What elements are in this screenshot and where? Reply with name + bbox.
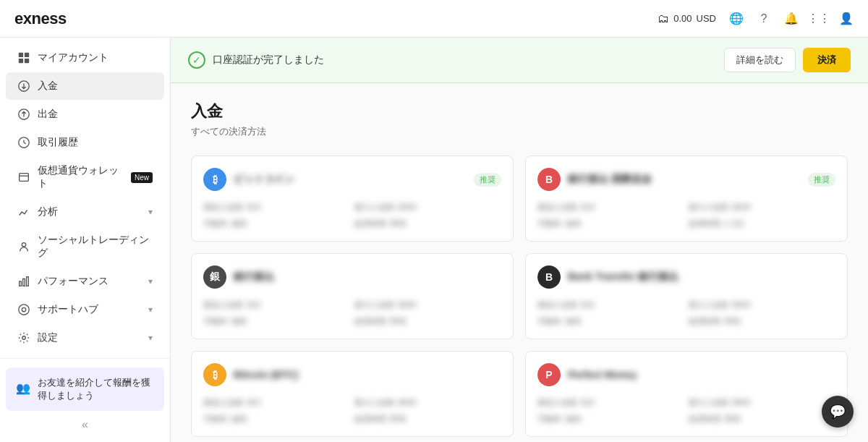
sidebar-item-label: 取引履歴 [38,136,153,149]
detail-row: 手数料: 無料 [537,218,684,230]
sidebar-item-label: 入金 [38,80,153,93]
payment-header: B 銀行振込 国際送金 推奨 [537,168,835,191]
payment-logo: B Bank Transfer 銀行振込 [537,265,678,289]
verification-banner: ✓ 口座認証が完了しました 詳細を読む 決済 [171,38,868,83]
sidebar-item-performance[interactable]: パフォーマンス ▾ [6,268,164,295]
svg-rect-3 [25,59,29,63]
sidebar-item-support[interactable]: サポートハブ ▾ [6,296,164,323]
detail-row: 手数料: 無料 [537,413,684,425]
page-title: 入金 [191,101,848,122]
grid-icon[interactable]: ⋮⋮ [812,12,826,26]
collapse-button[interactable]: « [82,418,88,431]
svg-point-13 [22,307,25,311]
logo: exness [14,9,67,28]
svg-rect-7 [20,174,29,182]
chevron-down-icon: ▾ [148,305,153,315]
globe-icon[interactable]: 🌐 [729,12,744,26]
grid-nav-icon [17,51,30,64]
user-icon[interactable]: 👤 [839,12,854,26]
payment-card[interactable]: P Perfect Money 最低入金額: $10最大入金額: $500手数料… [525,351,848,437]
referral-box[interactable]: 👥 お友達を紹介して報酬を獲得しましょう [6,367,164,411]
detail-row: 最低入金額: $10 [203,201,350,213]
detail-row: 最大入金額: $500 [689,201,835,213]
payment-card[interactable]: B Bank Transfer 銀行振込 最低入金額: $10最大入金額: $5… [525,253,848,339]
payment-card[interactable]: ₿ Bitcoin (BTC) 最低入金額: $10最大入金額: $500手数料… [191,351,514,437]
sidebar-item-social[interactable]: ソーシャルトレーディング [6,226,164,267]
referral-text: お友達を紹介して報酬を獲得しましょう [38,376,154,402]
chevron-down-icon: ▾ [148,207,153,217]
sidebar-item-label: サポートハブ [38,303,141,316]
app-container: exness 🗂 0.00 USD 🌐 ? 🔔 ⋮⋮ 👤 マイアカウント [0,0,868,442]
history-nav-icon [17,136,30,149]
banner-right: 詳細を読む 決済 [724,48,851,72]
sidebar-item-history[interactable]: 取引履歴 [6,129,164,156]
balance-currency: USD [697,13,716,24]
payment-logo-icon: B [537,265,561,289]
detail-row: 処理時間: 1-3日 [689,218,835,230]
sidebar-item-withdraw[interactable]: 出金 [6,101,164,128]
header: exness 🗂 0.00 USD 🌐 ? 🔔 ⋮⋮ 👤 [0,0,868,38]
svg-point-12 [19,305,29,315]
balance-display[interactable]: 🗂 0.00 USD [658,12,716,25]
detail-row: 最大入金額: $500 [689,299,835,311]
payment-name: Bitcoin (BTC) [234,369,298,381]
payment-name: 銀行振込 [234,271,274,284]
payment-logo: B 銀行振込 国際送金 [537,168,652,191]
svg-point-14 [22,336,26,340]
sidebar-item-crypto[interactable]: 仮想通貨ウォレット New [6,157,164,197]
detail-row: 手数料: 無料 [537,315,684,328]
svg-rect-0 [19,53,23,57]
analysis-nav-icon [17,205,30,218]
detail-row: 最低入金額: $10 [203,396,350,409]
payment-details: 最低入金額: $10最大入金額: $500手数料: 無料処理時間: 1-3日 [537,201,835,229]
sidebar: マイアカウント 入金 出金 [0,38,171,442]
sidebar-item-label: 分析 [38,205,141,218]
payment-logo: P Perfect Money [537,363,637,386]
payment-logo-icon: P [537,363,561,386]
payment-details: 最低入金額: $10最大入金額: $500手数料: 無料処理時間: 即時 [203,396,501,425]
withdraw-nav-icon [17,108,30,121]
payment-header: B Bank Transfer 銀行振込 [537,265,835,289]
detail-row: 処理時間: 即時 [354,413,501,425]
read-more-button[interactable]: 詳細を読む [724,48,796,72]
detail-row: 最低入金額: $10 [537,299,684,311]
support-nav-icon [17,303,30,316]
sidebar-collapse: « [6,411,164,438]
action-button[interactable]: 決済 [803,48,851,72]
sidebar-item-analysis[interactable]: 分析 ▾ [6,198,164,226]
help-icon[interactable]: ? [757,12,771,26]
detail-row: 手数料: 無料 [203,218,350,230]
banner-text: 口座認証が完了しました [213,54,324,67]
detail-row: 最低入金額: $10 [537,201,684,213]
payment-header: 銀 銀行振込 [203,265,501,289]
payment-details: 最低入金額: $10最大入金額: $500手数料: 無料処理時間: 即時 [537,299,835,327]
sidebar-item-settings[interactable]: 設定 ▾ [6,324,164,352]
sidebar-footer: 👥 お友達を紹介して報酬を獲得しましょう « [0,358,170,442]
payment-logo: ₿ Bitcoin (BTC) [203,363,298,386]
payment-details: 最低入金額: $10最大入金額: $500手数料: 無料処理時間: 即時 [203,201,501,229]
chat-button[interactable]: 💬 [822,396,854,428]
payment-name: ビットコイン [234,173,294,186]
payment-logo-icon: 銀 [203,265,226,289]
detail-row: 最低入金額: $10 [537,396,684,409]
svg-rect-9 [20,281,22,286]
wallet-icon: 🗂 [658,12,669,25]
settings-nav-icon [17,331,30,344]
payment-card[interactable]: 銀 銀行振込 最低入金額: $10最大入金額: $500手数料: 無料処理時間:… [191,253,514,339]
balance-amount: 0.00 [673,13,692,24]
bell-icon[interactable]: 🔔 [784,12,799,26]
sidebar-nav: マイアカウント 入金 出金 [0,38,170,358]
payment-card[interactable]: ₿ ビットコイン 推奨 最低入金額: $10最大入金額: $500手数料: 無料… [191,156,514,242]
sidebar-item-deposit[interactable]: 入金 [6,72,164,100]
sidebar-item-label: ソーシャルトレーディング [38,234,153,260]
payment-card[interactable]: B 銀行振込 国際送金 推奨 最低入金額: $10最大入金額: $500手数料:… [525,156,848,242]
svg-rect-11 [27,277,29,286]
payment-badge: 推奨 [474,173,501,187]
sidebar-item-my-account[interactable]: マイアカウント [6,44,164,72]
detail-row: 処理時間: 即時 [354,315,501,328]
page-inner: 入金 すべての決済方法 ₿ ビットコイン 推奨 最低入金額: $10最大入金額:… [171,83,868,442]
payment-logo: 銀 銀行振込 [203,265,274,289]
payment-badge: 推奨 [808,173,835,187]
svg-rect-1 [25,53,29,57]
svg-point-8 [22,243,25,247]
